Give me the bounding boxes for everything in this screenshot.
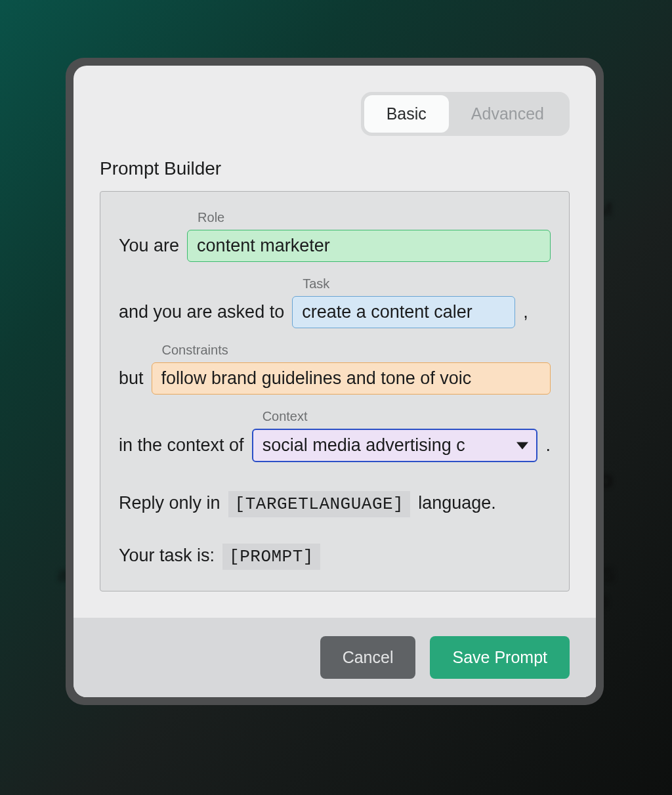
- page-title: Prompt Builder: [74, 136, 596, 191]
- row-prompt: Your task is: [PROMPT]: [119, 544, 551, 570]
- modal-content: Basic Advanced Prompt Builder You are Ro…: [74, 66, 596, 697]
- row-role: You are Role: [119, 230, 551, 262]
- prefix-text: and you are asked to: [119, 302, 284, 322]
- field-wrap-task: Task: [292, 296, 515, 328]
- prefix-text: Reply only in: [119, 493, 220, 513]
- save-prompt-button[interactable]: Save Prompt: [430, 636, 570, 679]
- modal-footer: Cancel Save Prompt: [74, 618, 596, 697]
- field-wrap-constraints: Constraints: [152, 362, 551, 395]
- row-context: in the context of Context .: [119, 429, 551, 462]
- modal-dialog: Basic Advanced Prompt Builder You are Ro…: [66, 58, 604, 705]
- suffix-text: .: [545, 435, 551, 456]
- field-label-context: Context: [260, 409, 308, 424]
- field-label-role: Role: [195, 210, 224, 225]
- field-label-task: Task: [300, 276, 329, 291]
- chevron-down-icon: [516, 442, 528, 449]
- cancel-button[interactable]: Cancel: [320, 636, 416, 679]
- tab-advanced[interactable]: Advanced: [449, 95, 566, 133]
- tab-toggle: Basic Advanced: [361, 92, 570, 136]
- task-input[interactable]: [292, 296, 515, 328]
- prefix-text: You are: [119, 236, 179, 256]
- field-label-constraints: Constraints: [159, 343, 228, 358]
- prefix-text: in the context of: [119, 435, 244, 456]
- prefix-text: Your task is:: [119, 546, 215, 566]
- suffix-text: ,: [523, 302, 528, 322]
- tab-basic[interactable]: Basic: [364, 95, 449, 133]
- prompt-token: [PROMPT]: [222, 544, 320, 570]
- field-wrap-role: Role: [187, 230, 551, 262]
- builder-panel: You are Role and you are asked to Task ,…: [100, 191, 570, 591]
- row-task: and you are asked to Task ,: [119, 296, 551, 328]
- constraints-input[interactable]: [152, 362, 551, 395]
- field-wrap-context: Context: [252, 429, 538, 462]
- role-input[interactable]: [187, 230, 551, 262]
- suffix-text: language.: [418, 493, 496, 513]
- prefix-text: but: [119, 368, 144, 389]
- target-language-token: [TARGETLANGUAGE]: [228, 491, 411, 517]
- context-select[interactable]: [252, 429, 538, 462]
- modal-header: Basic Advanced: [74, 66, 596, 136]
- row-language: Reply only in [TARGETLANGUAGE] language.: [119, 491, 551, 517]
- row-constraints: but Constraints: [119, 362, 551, 395]
